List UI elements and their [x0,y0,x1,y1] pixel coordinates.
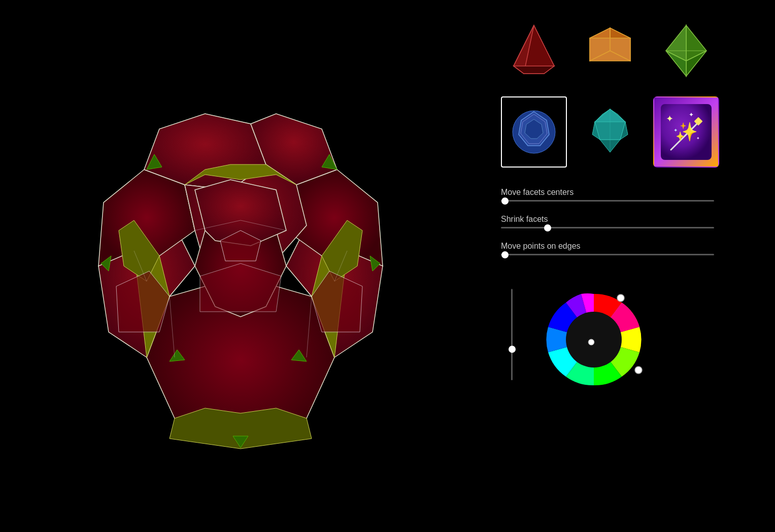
shrink-facets-label: Shrink facets [501,215,755,224]
shape-grid: ✦ ✦ ✦ ✦ [501,15,755,168]
svg-text:✦: ✦ [689,111,694,118]
vertical-thumb[interactable] [509,346,516,353]
svg-point-73 [635,367,642,374]
control-shrink-facets: Shrink facets [501,215,755,237]
bottom-controls [501,289,755,390]
move-facets-centers-track[interactable] [501,200,714,202]
color-wheel[interactable] [543,289,645,390]
right-panel: ✦ ✦ ✦ ✦ Move facets centers Shr [481,0,775,532]
move-facets-centers-slider[interactable] [501,200,755,202]
svg-marker-38 [514,66,554,74]
svg-text:✦: ✦ [696,136,700,141]
controls-section: Move facets centers Shrink facets [501,188,755,263]
shrink-facets-track[interactable] [501,227,714,228]
svg-point-72 [617,294,624,302]
move-points-edges-label: Move points on edges [501,242,755,251]
move-facets-centers-label: Move facets centers [501,188,755,197]
vertical-slider[interactable] [511,289,513,390]
dodecahedron-3d[interactable] [68,73,413,459]
vertical-track[interactable] [511,289,513,380]
svg-point-70 [566,312,622,368]
shape-thumb-octahedron[interactable] [653,15,719,86]
shrink-facets-slider[interactable] [501,227,755,228]
svg-rect-63 [661,104,712,160]
svg-point-71 [588,339,594,345]
shape-thumb-dodecahedron[interactable] [501,96,567,168]
shape-thumb-cube[interactable] [577,15,643,86]
left-panel [0,0,481,532]
shape-thumb-pyramid[interactable] [501,15,567,86]
move-facets-centers-thumb[interactable] [501,197,509,205]
move-points-edges-slider[interactable] [501,254,755,255]
move-points-edges-thumb[interactable] [501,251,509,258]
shape-thumb-magic[interactable]: ✦ ✦ ✦ ✦ [653,96,719,168]
control-move-points-edges: Move points on edges [501,242,755,263]
control-move-facets-centers: Move facets centers [501,188,755,210]
svg-text:✦: ✦ [666,114,673,124]
svg-text:✦: ✦ [673,127,678,133]
move-points-edges-track[interactable] [501,254,714,255]
shrink-facets-thumb[interactable] [544,224,551,231]
shape-thumb-icosahedron[interactable] [577,96,643,168]
main-container: ✦ ✦ ✦ ✦ Move facets centers Shr [0,0,775,532]
